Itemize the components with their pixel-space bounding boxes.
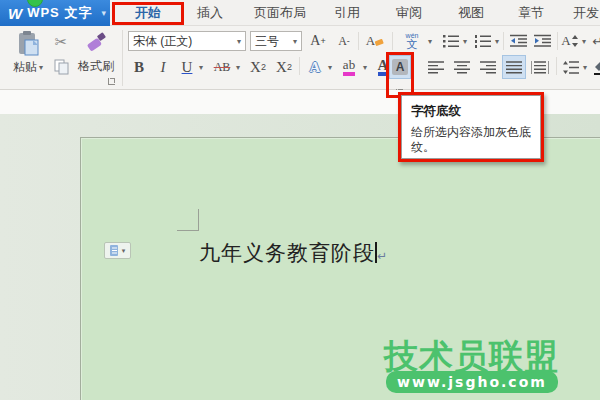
line-spacing-icon xyxy=(563,61,579,74)
font-name-combobox[interactable]: 宋体 (正文) ▾ xyxy=(128,31,246,51)
align-center-button[interactable] xyxy=(450,56,474,78)
separator xyxy=(556,57,557,75)
paragraph-shading-button[interactable] xyxy=(591,56,600,78)
copy-icon xyxy=(54,59,69,75)
align-left-icon xyxy=(428,61,444,74)
clipboard-icon xyxy=(17,31,39,56)
paste-options-icon xyxy=(110,245,120,257)
paste-label: 粘贴 xyxy=(13,59,37,76)
font-size-value: 三号 xyxy=(255,33,279,50)
strikethrough-button[interactable]: AB xyxy=(208,56,236,78)
highlight-color-button[interactable]: ab xyxy=(336,56,362,78)
strikethrough-caret-icon[interactable]: ▾ xyxy=(236,63,240,72)
increase-indent-icon xyxy=(534,34,551,48)
separator xyxy=(358,32,359,50)
eraser-icon xyxy=(375,37,384,46)
highlight-caret-icon[interactable]: ▾ xyxy=(363,63,367,72)
scissors-icon: ✂ xyxy=(55,33,68,51)
app-logo-block[interactable]: W WPS 文字 ▾ xyxy=(0,0,110,26)
annotation-box-home-tab xyxy=(112,2,184,25)
format-painter-brush-icon xyxy=(84,31,108,55)
line-spacing-button[interactable] xyxy=(560,56,582,78)
numbered-list-caret-icon[interactable]: ▾ xyxy=(495,37,499,46)
ribbon: 粘贴 ▾ ✂ 格式刷 宋体 (正文) ▾ xyxy=(0,26,600,90)
title-bar: W WPS 文字 ▾ 开始 插入 页面布局 引用 审阅 视图 章节 开发 xyxy=(0,0,600,26)
separator xyxy=(299,57,300,75)
underline-caret-icon[interactable]: ▾ xyxy=(199,63,203,72)
bullet-list-button[interactable] xyxy=(440,31,462,51)
tab-section[interactable]: 章节 xyxy=(507,4,555,22)
clear-formatting-button[interactable]: A xyxy=(362,31,388,51)
text-effects-caret-icon[interactable]: ▾ xyxy=(328,63,332,72)
phonetic-caret-icon[interactable]: ▾ xyxy=(428,37,432,46)
underline-button[interactable]: U xyxy=(176,56,198,78)
tab-review[interactable]: 审阅 xyxy=(385,4,433,22)
font-size-caret-icon: ▾ xyxy=(293,37,297,46)
app-menu-caret-icon[interactable]: ▾ xyxy=(101,8,106,18)
line-spacing-caret-icon[interactable]: ▾ xyxy=(583,63,587,72)
wps-logo-icon: W xyxy=(8,5,22,22)
font-name-caret-icon: ▾ xyxy=(237,37,241,46)
separator xyxy=(503,32,504,50)
copy-button[interactable] xyxy=(50,58,72,76)
subscript-button[interactable]: X2 xyxy=(272,56,296,78)
scale-arrows-icon xyxy=(571,35,579,47)
numbered-list-button[interactable] xyxy=(472,31,494,51)
align-right-button[interactable] xyxy=(476,56,500,78)
align-center-icon xyxy=(454,61,470,74)
distribute-icon xyxy=(531,61,549,74)
paragraph-mark-icon: ↵ xyxy=(377,249,388,263)
italic-button[interactable]: I xyxy=(152,56,174,78)
font-size-combobox[interactable]: 三号 ▾ xyxy=(250,31,302,51)
distribute-button[interactable] xyxy=(528,56,552,78)
paste-options-caret-icon: ▾ xyxy=(122,247,126,255)
paint-bucket-icon xyxy=(592,60,600,75)
separator xyxy=(392,32,393,50)
align-right-icon xyxy=(480,61,496,74)
decrease-font-button[interactable]: A- xyxy=(332,31,356,51)
font-name-value: 宋体 (正文) xyxy=(133,33,192,50)
bold-button[interactable]: B xyxy=(128,56,150,78)
tooltip-char-shading: 字符底纹 给所选内容添加灰色底纹。 xyxy=(401,95,541,159)
annotation-box-tooltip: 字符底纹 给所选内容添加灰色底纹。 xyxy=(398,92,544,162)
increase-font-button[interactable]: A+ xyxy=(306,31,330,51)
watermark-url: www.jsgho.com xyxy=(397,374,547,390)
align-left-button[interactable] xyxy=(424,56,448,78)
wps-writer-window: W WPS 文字 ▾ 开始 插入 页面布局 引用 审阅 视图 章节 开发 粘贴 … xyxy=(0,0,600,400)
separator xyxy=(557,32,558,50)
document-text-line[interactable]: 九年义务教育阶段↵ xyxy=(199,239,388,267)
tab-references[interactable]: 引用 xyxy=(323,4,371,22)
format-painter-button[interactable]: 格式刷 xyxy=(74,31,118,83)
tab-page-layout[interactable]: 页面布局 xyxy=(242,4,318,22)
tooltip-title: 字符底纹 xyxy=(411,103,531,120)
phonetic-guide-button[interactable]: wén 文 xyxy=(396,29,428,53)
character-scale-caret-icon[interactable]: ▾ xyxy=(582,37,586,46)
paste-button[interactable]: 粘贴 ▾ xyxy=(8,31,48,83)
paste-options-button[interactable]: ▾ xyxy=(104,242,131,259)
decrease-indent-icon xyxy=(510,34,527,48)
character-scale-button[interactable]: A xyxy=(560,31,580,51)
justify-icon xyxy=(506,61,522,74)
margin-corner-mark xyxy=(177,209,199,231)
paste-caret-icon: ▾ xyxy=(39,63,43,72)
increase-indent-button[interactable] xyxy=(531,31,553,51)
watermark-url-pill: www.jsgho.com xyxy=(386,371,558,393)
format-painter-label: 格式刷 xyxy=(78,58,114,75)
superscript-button[interactable]: X2 xyxy=(246,56,270,78)
return-mark-icon: ↵ xyxy=(593,34,600,49)
bullet-list-caret-icon[interactable]: ▾ xyxy=(463,37,467,46)
tab-developer[interactable]: 开发 xyxy=(562,4,600,22)
cut-button[interactable]: ✂ xyxy=(50,33,72,51)
tooltip-description: 给所选内容添加灰色底纹。 xyxy=(411,125,531,155)
tab-insert[interactable]: 插入 xyxy=(186,4,234,22)
bullet-list-icon xyxy=(443,34,459,48)
group-separator xyxy=(122,30,123,86)
numbered-list-icon xyxy=(475,34,491,48)
justify-button[interactable] xyxy=(502,55,526,79)
tab-view[interactable]: 视图 xyxy=(447,4,495,22)
show-marks-button[interactable]: ↵ xyxy=(590,31,600,51)
decrease-indent-button[interactable] xyxy=(507,31,529,51)
clipboard-dialog-launcher-icon[interactable] xyxy=(108,78,115,85)
text-effects-button[interactable]: A xyxy=(303,56,327,78)
